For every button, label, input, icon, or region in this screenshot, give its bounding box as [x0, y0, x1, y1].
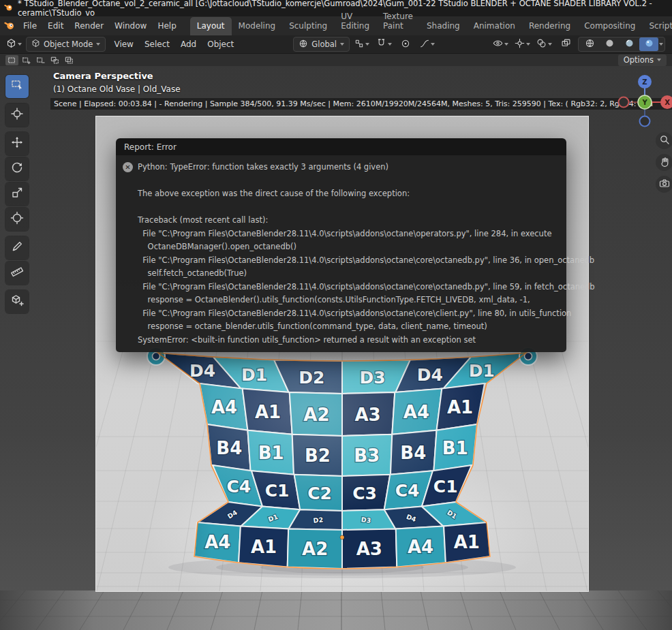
tab-scripting[interactable]: Scripting [642, 17, 672, 35]
select-mode-invert[interactable] [48, 55, 61, 65]
axis-x-minus[interactable] [619, 97, 629, 108]
floor-grid-dimmed [0, 590, 672, 630]
tool-annotate[interactable] [5, 236, 29, 259]
menu-list: FileEditRenderWindowHelp [18, 18, 182, 33]
falloff-icon [420, 39, 429, 50]
tool-settings-bar: Options [0, 54, 672, 67]
tool-transform[interactable] [5, 208, 29, 231]
header-menu-object[interactable]: Object [202, 37, 239, 51]
snap-button[interactable] [374, 37, 393, 51]
svg-text:X: X [665, 99, 670, 106]
tab-rendering[interactable]: Rendering [522, 17, 577, 35]
zoom-view-button[interactable] [656, 132, 672, 149]
traceback-line: File "C:\Program Files\OctaneBlender28.1… [138, 281, 558, 294]
shading-rendered-button[interactable] [639, 37, 658, 51]
svg-text:B4: B4 [216, 438, 242, 458]
toolbar [5, 75, 29, 315]
active-object-label: (1) Octane Old Vase | Old_Vase [53, 84, 181, 94]
traceback-line: File "C:\Program Files\OctaneBlender28.1… [138, 254, 558, 268]
svg-text:D4: D4 [417, 365, 443, 385]
tab-sculpting[interactable]: Sculpting [282, 17, 334, 35]
header-menu-view[interactable]: View [108, 37, 138, 51]
shading-solid-button[interactable] [600, 37, 619, 51]
blender-logo-icon[interactable] [4, 20, 15, 33]
select-mode-subtract[interactable] [34, 55, 47, 65]
svg-text:C2: C2 [307, 484, 332, 503]
select-mode-extend[interactable] [20, 55, 33, 65]
tool-move[interactable] [5, 132, 29, 155]
viewport-header: Object Mode ViewSelectAddObject Global [0, 35, 672, 54]
scale-icon [10, 186, 24, 202]
shading-wireframe-icon [585, 38, 595, 50]
tool-rotate[interactable] [5, 157, 29, 180]
svg-text:B3: B3 [354, 445, 380, 466]
tool-select-box[interactable] [5, 75, 29, 98]
object-origin-dot [340, 535, 344, 539]
tab-compositing[interactable]: Compositing [577, 17, 642, 35]
orientation-dropdown[interactable]: Global [293, 37, 350, 52]
tab-modeling[interactable]: Modeling [232, 17, 283, 35]
error-x-icon: ✕ [123, 162, 133, 172]
pivot-point-button[interactable] [352, 37, 371, 51]
tool-measure[interactable] [5, 262, 29, 285]
overlays-dropdown[interactable] [534, 37, 553, 51]
options-label: Options [624, 55, 654, 65]
tab-uv-editing[interactable]: UV Editing [334, 7, 376, 35]
pan-view-button[interactable] [656, 154, 672, 171]
options-button[interactable]: Options [618, 54, 667, 66]
proportional-editing-button[interactable] [396, 37, 415, 51]
traceback-line: response = octane_blender.utils_function… [138, 320, 558, 334]
shading-material-icon [624, 38, 635, 50]
header-menu-add[interactable]: Add [175, 37, 202, 51]
falloff-button[interactable] [418, 37, 437, 51]
top-menu-bar: FileEditRenderWindowHelp LayoutModelingS… [0, 16, 672, 35]
svg-text:C1: C1 [265, 481, 290, 501]
svg-text:D3: D3 [360, 368, 386, 388]
svg-text:D4: D4 [189, 361, 215, 381]
editor-type-icon [6, 38, 16, 50]
render-stats-bar: Scene | Elapsed: 00:03.84 | - Rendering … [50, 98, 672, 110]
svg-text:A4: A4 [211, 397, 237, 418]
svg-text:A3: A3 [356, 539, 382, 559]
gizmos-dropdown[interactable] [513, 37, 532, 51]
header-menu-select[interactable]: Select [139, 37, 175, 51]
menu-render[interactable]: Render [69, 18, 109, 33]
tool-cursor[interactable] [5, 104, 29, 127]
editor-type-button[interactable] [4, 37, 23, 51]
menu-edit[interactable]: Edit [42, 18, 69, 33]
svg-text:A1: A1 [447, 397, 473, 418]
xray-toggle[interactable] [556, 37, 575, 51]
tab-layout[interactable]: Layout [190, 17, 232, 35]
select-mode-intersect[interactable] [63, 55, 76, 65]
traceback-line: The above exception was the direct cause… [138, 187, 558, 201]
mode-dropdown[interactable]: Object Mode [26, 37, 106, 52]
select-mode-new[interactable] [5, 55, 18, 65]
menu-file[interactable]: File [18, 18, 42, 33]
traceback-line: Python: TypeError: function takes exactl… [138, 161, 558, 174]
pan-icon [659, 156, 670, 170]
svg-text:A4: A4 [403, 402, 429, 422]
navigation-gizmo[interactable]: Z X Y [617, 72, 672, 132]
shading-material-button[interactable] [620, 37, 639, 51]
object-mode-icon [31, 39, 40, 50]
axis-z-minus[interactable] [640, 116, 650, 127]
svg-text:B1: B1 [442, 438, 468, 458]
passepartout-area [0, 590, 672, 630]
camera-view-button[interactable] [656, 176, 672, 193]
tab-animation[interactable]: Animation [467, 17, 522, 35]
tool-scale[interactable] [5, 183, 29, 206]
tab-texture-paint[interactable]: Texture Paint [376, 7, 420, 35]
menu-window[interactable]: Window [109, 18, 152, 33]
svg-text:D1: D1 [469, 361, 495, 381]
xray-icon [561, 38, 571, 50]
svg-text:A3: A3 [354, 405, 380, 425]
shading-mode-group [578, 37, 665, 52]
cursor-icon [10, 107, 24, 123]
tool-add-cube[interactable] [5, 290, 29, 313]
tab-shading[interactable]: Shading [420, 17, 467, 35]
report-error-dialog[interactable]: Report: Error Python: TypeError: functio… [116, 138, 566, 352]
select-box-icon [10, 78, 24, 95]
menu-help[interactable]: Help [152, 18, 181, 33]
shading-wireframe-button[interactable] [580, 37, 599, 51]
visibility-dropdown[interactable] [491, 37, 510, 51]
